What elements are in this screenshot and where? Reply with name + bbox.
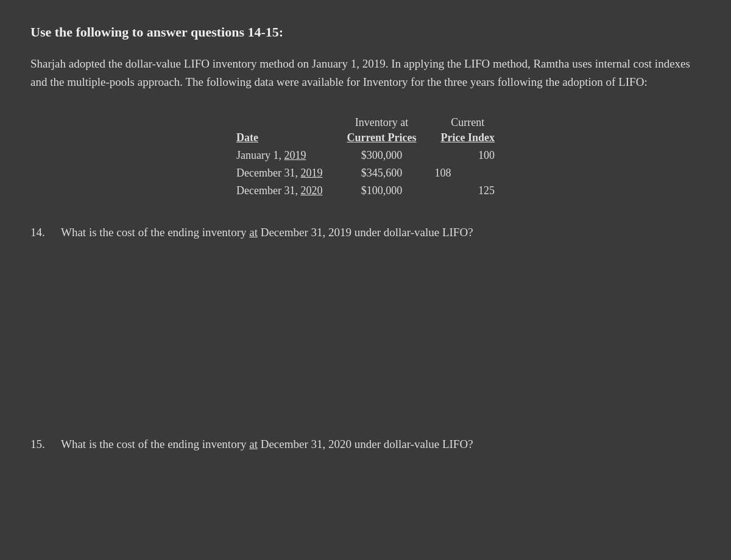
table-cell-date: January 1, 2019 (224, 147, 334, 164)
table-header-top-row: Inventory at Current (224, 114, 507, 129)
year-underline: 2019 (284, 149, 306, 161)
index-col-header-top: Current (429, 114, 507, 129)
table-row: January 1, 2019$300,000100 (224, 147, 507, 164)
year-underline: 2020 (300, 184, 322, 197)
q15-text-after: December 31, 2020 under dollar-value LIF… (261, 438, 473, 450)
table-cell-date: December 31, 2020 (224, 182, 334, 200)
q14-number: 14. (30, 224, 49, 242)
q15-text-before: What is the cost of the ending inventory (61, 438, 246, 450)
price-col-header-top: Inventory at (334, 114, 428, 129)
q15-number: 15. (30, 436, 49, 453)
q15-at-word: at (249, 438, 258, 450)
table-cell-index: 108 (429, 164, 507, 182)
data-table-container: Inventory at Current Date Current Prices… (30, 114, 701, 200)
table-row: December 31, 2019$345,600108 (224, 164, 507, 182)
table-header-bottom-row: Date Current Prices Price Index (224, 129, 507, 147)
page-heading: Use the following to answer questions 14… (30, 24, 701, 40)
intro-paragraph: Sharjah adopted the dollar-value LIFO in… (30, 55, 701, 92)
table-cell-date: December 31, 2019 (224, 164, 334, 182)
table-cell-index: 125 (429, 182, 507, 200)
table-cell-price: $100,000 (334, 182, 428, 200)
inventory-table: Inventory at Current Date Current Prices… (224, 114, 507, 200)
q14-text-before: What is the cost of the ending inventory (61, 226, 246, 239)
table-cell-price: $345,600 (334, 164, 428, 182)
q14-text: What is the cost of the ending inventory… (61, 224, 701, 242)
index-col-header: Price Index (429, 129, 507, 147)
question-15: 15. What is the cost of the ending inven… (30, 436, 701, 453)
table-row: December 31, 2020$100,000125 (224, 182, 507, 200)
date-col-header: Date (224, 129, 334, 147)
q15-text: What is the cost of the ending inventory… (61, 436, 701, 453)
price-col-header: Current Prices (334, 129, 428, 147)
table-cell-index: 100 (429, 147, 507, 164)
q14-text-after: December 31, 2019 under dollar-value LIF… (261, 226, 473, 239)
table-cell-price: $300,000 (334, 147, 428, 164)
year-underline: 2019 (300, 167, 322, 179)
table-body: January 1, 2019$300,000100December 31, 2… (224, 147, 507, 200)
date-col-header-top (224, 114, 334, 129)
q14-at-word: at (249, 226, 258, 239)
question-14: 14. What is the cost of the ending inven… (30, 224, 701, 242)
